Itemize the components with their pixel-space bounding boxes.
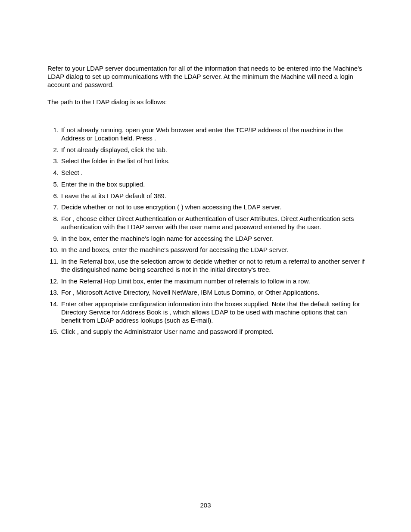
intro-paragraph: Refer to your LDAP server documentation …: [47, 65, 366, 89]
step-item: 9.In the box, enter the machine's login …: [47, 235, 366, 243]
step-number: 4.: [47, 169, 59, 177]
step-text: Decide whether or not to use encryption …: [61, 203, 282, 211]
step-text: If not already running, open your Web br…: [61, 126, 343, 142]
step-number: 14.: [47, 300, 59, 308]
step-number: 1.: [47, 126, 59, 134]
step-number: 8.: [47, 215, 59, 223]
step-text: Click , and supply the Administrator Use…: [61, 328, 274, 335]
step-number: 13.: [47, 289, 59, 297]
step-text: Leave the at its LDAP default of 389.: [61, 192, 166, 199]
document-page: Refer to your LDAP server documentation …: [0, 0, 411, 532]
step-number: 6.: [47, 192, 59, 200]
step-text: Enter the in the box supplied.: [61, 180, 145, 188]
step-number: 7.: [47, 203, 59, 212]
step-number: 11.: [47, 258, 59, 266]
step-text: Select the folder in the list of hot lin…: [61, 157, 170, 165]
step-item: 5.Enter the in the box supplied.: [47, 180, 366, 189]
step-item: 7.Decide whether or not to use encryptio…: [47, 203, 366, 212]
step-number: 10.: [47, 246, 59, 254]
step-text: Select .: [61, 169, 83, 176]
step-number: 2.: [47, 146, 59, 154]
path-line: The path to the LDAP dialog is as follow…: [47, 98, 366, 106]
page-number: 203: [0, 501, 411, 510]
step-text: In the Referral box, use the selection a…: [61, 258, 365, 273]
step-item: 2.If not already displayed, click the ta…: [47, 146, 366, 154]
step-number: 15.: [47, 328, 59, 336]
step-text: For , choose either Direct Authenticatio…: [61, 215, 354, 230]
step-number: 3.: [47, 157, 59, 165]
step-number: 9.: [47, 235, 59, 243]
step-item: 11.In the Referral box, use the selectio…: [47, 258, 366, 274]
step-item: 15.Click , and supply the Administrator …: [47, 328, 366, 336]
step-item: 12.In the Referral Hop Limit box, enter …: [47, 277, 366, 286]
step-text: In the Referral Hop Limit box, enter the…: [61, 277, 310, 285]
step-text: In the box, enter the machine's login na…: [61, 235, 273, 242]
step-item: 8.For , choose either Direct Authenticat…: [47, 215, 366, 231]
step-text: If not already displayed, click the tab.: [61, 146, 167, 153]
step-number: 12.: [47, 277, 59, 286]
step-text: Enter other appropriate configuration in…: [61, 300, 360, 324]
step-text: For , Microsoft Active Directory, Novell…: [61, 289, 319, 296]
step-item: 3.Select the folder in the list of hot l…: [47, 157, 366, 165]
step-number: 5.: [47, 180, 59, 189]
steps-list: 1.If not already running, open your Web …: [47, 126, 366, 336]
step-item: 1.If not already running, open your Web …: [47, 126, 366, 143]
step-item: 13.For , Microsoft Active Directory, Nov…: [47, 289, 366, 297]
step-item: 6.Leave the at its LDAP default of 389.: [47, 192, 366, 200]
step-item: 14.Enter other appropriate configuration…: [47, 300, 366, 324]
step-text: In the and boxes, enter the machine's pa…: [61, 246, 289, 253]
step-item: 10.In the and boxes, enter the machine's…: [47, 246, 366, 254]
step-item: 4.Select .: [47, 169, 366, 177]
